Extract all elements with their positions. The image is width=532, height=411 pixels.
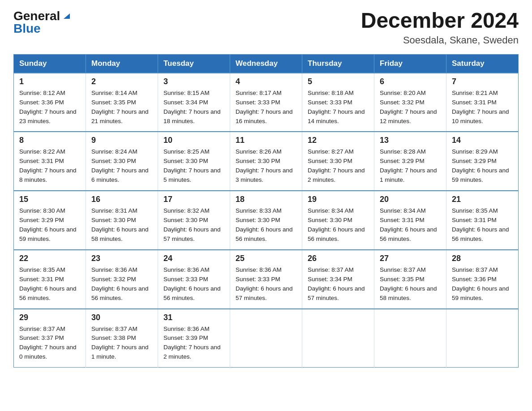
day-number: 11 bbox=[236, 136, 296, 145]
calendar-cell: 12 Sunrise: 8:27 AMSunset: 3:30 PMDaylig… bbox=[302, 132, 374, 191]
calendar-cell: 18 Sunrise: 8:33 AMSunset: 3:30 PMDaylig… bbox=[230, 191, 302, 250]
calendar-cell bbox=[446, 309, 519, 368]
logo: General Blue bbox=[13, 9, 72, 36]
calendar-cell: 6 Sunrise: 8:20 AMSunset: 3:32 PMDayligh… bbox=[374, 73, 446, 132]
day-number: 20 bbox=[380, 195, 441, 204]
day-info: Sunrise: 8:35 AMSunset: 3:31 PMDaylight:… bbox=[452, 207, 509, 242]
day-number: 15 bbox=[19, 195, 80, 204]
day-number: 28 bbox=[452, 254, 513, 263]
day-info: Sunrise: 8:37 AMSunset: 3:35 PMDaylight:… bbox=[380, 266, 437, 301]
day-number: 2 bbox=[91, 77, 152, 86]
day-number: 7 bbox=[452, 77, 513, 86]
day-number: 3 bbox=[163, 77, 224, 86]
day-number: 16 bbox=[91, 195, 152, 204]
calendar-cell: 27 Sunrise: 8:37 AMSunset: 3:35 PMDaylig… bbox=[374, 250, 446, 309]
calendar-cell: 16 Sunrise: 8:31 AMSunset: 3:30 PMDaylig… bbox=[86, 191, 158, 250]
calendar-cell: 21 Sunrise: 8:35 AMSunset: 3:31 PMDaylig… bbox=[446, 191, 519, 250]
calendar-cell: 22 Sunrise: 8:35 AMSunset: 3:31 PMDaylig… bbox=[14, 250, 86, 309]
weekday-header-row: SundayMondayTuesdayWednesdayThursdayFrid… bbox=[14, 54, 519, 73]
day-info: Sunrise: 8:12 AMSunset: 3:36 PMDaylight:… bbox=[19, 90, 77, 124]
day-info: Sunrise: 8:27 AMSunset: 3:30 PMDaylight:… bbox=[308, 148, 365, 183]
day-number: 8 bbox=[19, 136, 80, 145]
day-info: Sunrise: 8:30 AMSunset: 3:29 PMDaylight:… bbox=[19, 207, 77, 242]
calendar-cell: 14 Sunrise: 8:29 AMSunset: 3:29 PMDaylig… bbox=[446, 132, 519, 191]
day-info: Sunrise: 8:14 AMSunset: 3:35 PMDaylight:… bbox=[91, 90, 149, 124]
calendar-cell: 7 Sunrise: 8:21 AMSunset: 3:31 PMDayligh… bbox=[446, 73, 519, 132]
day-number: 14 bbox=[452, 136, 513, 145]
day-info: Sunrise: 8:18 AMSunset: 3:33 PMDaylight:… bbox=[308, 90, 365, 124]
day-number: 27 bbox=[380, 254, 441, 263]
day-number: 26 bbox=[308, 254, 369, 263]
day-info: Sunrise: 8:22 AMSunset: 3:31 PMDaylight:… bbox=[19, 148, 77, 183]
day-number: 6 bbox=[380, 77, 441, 86]
day-info: Sunrise: 8:34 AMSunset: 3:31 PMDaylight:… bbox=[380, 207, 437, 242]
day-info: Sunrise: 8:37 AMSunset: 3:34 PMDaylight:… bbox=[308, 266, 365, 301]
weekday-header-saturday: Saturday bbox=[446, 54, 519, 73]
day-number: 19 bbox=[308, 195, 369, 204]
calendar-cell: 11 Sunrise: 8:26 AMSunset: 3:30 PMDaylig… bbox=[230, 132, 302, 191]
day-info: Sunrise: 8:15 AMSunset: 3:34 PMDaylight:… bbox=[163, 90, 221, 124]
calendar-cell: 2 Sunrise: 8:14 AMSunset: 3:35 PMDayligh… bbox=[86, 73, 158, 132]
day-number: 9 bbox=[91, 136, 152, 145]
calendar-cell: 10 Sunrise: 8:25 AMSunset: 3:30 PMDaylig… bbox=[158, 132, 230, 191]
calendar-cell bbox=[302, 309, 374, 368]
day-info: Sunrise: 8:29 AMSunset: 3:29 PMDaylight:… bbox=[452, 148, 509, 183]
month-title: December 2024 bbox=[361, 9, 519, 33]
day-number: 13 bbox=[380, 136, 441, 145]
day-number: 31 bbox=[163, 313, 224, 322]
calendar-cell bbox=[374, 309, 446, 368]
day-number: 21 bbox=[452, 195, 513, 204]
page-header: General Blue December 2024 Soesdala, Ska… bbox=[13, 9, 519, 46]
day-info: Sunrise: 8:37 AMSunset: 3:38 PMDaylight:… bbox=[91, 325, 149, 360]
calendar-cell: 8 Sunrise: 8:22 AMSunset: 3:31 PMDayligh… bbox=[14, 132, 86, 191]
day-info: Sunrise: 8:31 AMSunset: 3:30 PMDaylight:… bbox=[91, 207, 149, 242]
day-info: Sunrise: 8:34 AMSunset: 3:30 PMDaylight:… bbox=[308, 207, 365, 242]
day-number: 12 bbox=[308, 136, 369, 145]
title-block: December 2024 Soesdala, Skane, Sweden bbox=[361, 9, 519, 46]
day-info: Sunrise: 8:21 AMSunset: 3:31 PMDaylight:… bbox=[452, 90, 509, 124]
day-info: Sunrise: 8:36 AMSunset: 3:33 PMDaylight:… bbox=[236, 266, 293, 301]
calendar-cell: 30 Sunrise: 8:37 AMSunset: 3:38 PMDaylig… bbox=[86, 309, 158, 368]
day-number: 17 bbox=[163, 195, 224, 204]
calendar-week-row: 8 Sunrise: 8:22 AMSunset: 3:31 PMDayligh… bbox=[14, 132, 519, 191]
day-number: 22 bbox=[19, 254, 80, 263]
calendar-cell: 28 Sunrise: 8:37 AMSunset: 3:36 PMDaylig… bbox=[446, 250, 519, 309]
day-info: Sunrise: 8:33 AMSunset: 3:30 PMDaylight:… bbox=[236, 207, 293, 242]
weekday-header-sunday: Sunday bbox=[14, 54, 86, 73]
calendar-cell: 19 Sunrise: 8:34 AMSunset: 3:30 PMDaylig… bbox=[302, 191, 374, 250]
day-info: Sunrise: 8:17 AMSunset: 3:33 PMDaylight:… bbox=[236, 90, 293, 124]
calendar-cell: 23 Sunrise: 8:36 AMSunset: 3:32 PMDaylig… bbox=[86, 250, 158, 309]
day-number: 24 bbox=[163, 254, 224, 263]
day-info: Sunrise: 8:24 AMSunset: 3:30 PMDaylight:… bbox=[91, 148, 149, 183]
day-number: 1 bbox=[19, 77, 80, 86]
day-info: Sunrise: 8:28 AMSunset: 3:29 PMDaylight:… bbox=[380, 148, 437, 183]
calendar-cell: 29 Sunrise: 8:37 AMSunset: 3:37 PMDaylig… bbox=[14, 309, 86, 368]
calendar-week-row: 22 Sunrise: 8:35 AMSunset: 3:31 PMDaylig… bbox=[14, 250, 519, 309]
day-info: Sunrise: 8:37 AMSunset: 3:37 PMDaylight:… bbox=[19, 325, 77, 360]
day-number: 25 bbox=[236, 254, 296, 263]
calendar-week-row: 15 Sunrise: 8:30 AMSunset: 3:29 PMDaylig… bbox=[14, 191, 519, 250]
calendar-week-row: 1 Sunrise: 8:12 AMSunset: 3:36 PMDayligh… bbox=[14, 73, 519, 132]
calendar-cell: 3 Sunrise: 8:15 AMSunset: 3:34 PMDayligh… bbox=[158, 73, 230, 132]
day-number: 29 bbox=[19, 313, 80, 322]
calendar-cell: 17 Sunrise: 8:32 AMSunset: 3:30 PMDaylig… bbox=[158, 191, 230, 250]
logo-blue-text: Blue bbox=[13, 21, 41, 36]
calendar-cell: 5 Sunrise: 8:18 AMSunset: 3:33 PMDayligh… bbox=[302, 73, 374, 132]
day-number: 23 bbox=[91, 254, 152, 263]
calendar-cell: 20 Sunrise: 8:34 AMSunset: 3:31 PMDaylig… bbox=[374, 191, 446, 250]
day-info: Sunrise: 8:36 AMSunset: 3:39 PMDaylight:… bbox=[163, 325, 221, 360]
logo-triangle-icon bbox=[62, 11, 72, 22]
day-info: Sunrise: 8:25 AMSunset: 3:30 PMDaylight:… bbox=[163, 148, 221, 183]
day-info: Sunrise: 8:32 AMSunset: 3:30 PMDaylight:… bbox=[163, 207, 221, 242]
day-info: Sunrise: 8:36 AMSunset: 3:33 PMDaylight:… bbox=[163, 266, 221, 301]
calendar-cell: 15 Sunrise: 8:30 AMSunset: 3:29 PMDaylig… bbox=[14, 191, 86, 250]
calendar-cell: 13 Sunrise: 8:28 AMSunset: 3:29 PMDaylig… bbox=[374, 132, 446, 191]
svg-marker-0 bbox=[64, 13, 70, 19]
day-info: Sunrise: 8:36 AMSunset: 3:32 PMDaylight:… bbox=[91, 266, 149, 301]
calendar-cell: 26 Sunrise: 8:37 AMSunset: 3:34 PMDaylig… bbox=[302, 250, 374, 309]
weekday-header-thursday: Thursday bbox=[302, 54, 374, 73]
location: Soesdala, Skane, Sweden bbox=[361, 34, 519, 46]
calendar-week-row: 29 Sunrise: 8:37 AMSunset: 3:37 PMDaylig… bbox=[14, 309, 519, 368]
day-info: Sunrise: 8:37 AMSunset: 3:36 PMDaylight:… bbox=[452, 266, 509, 301]
day-info: Sunrise: 8:35 AMSunset: 3:31 PMDaylight:… bbox=[19, 266, 77, 301]
